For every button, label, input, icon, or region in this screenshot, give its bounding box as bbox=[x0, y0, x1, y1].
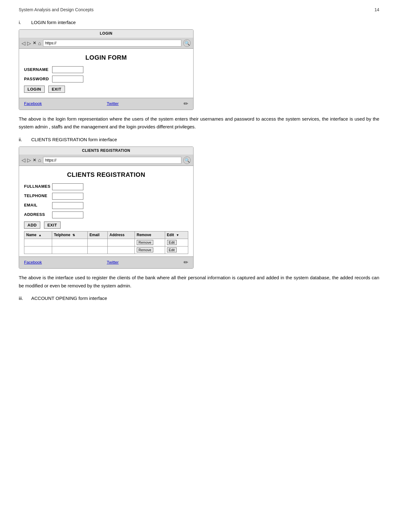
address-row: ADDRESS bbox=[24, 211, 188, 218]
table-header-row: Name ▲ Telphone ⇅ Email Address Remove E… bbox=[24, 231, 188, 239]
col-remove: Remove bbox=[135, 231, 165, 239]
page-number: 14 bbox=[374, 6, 379, 13]
login-browser-footer: Facebook Twitter ✏ bbox=[19, 98, 193, 110]
col-email: Email bbox=[87, 231, 107, 239]
search-icon-2[interactable]: 🔍 bbox=[183, 157, 191, 164]
section2-title: CLIENTS REGISTRATION form interface bbox=[31, 136, 117, 143]
col-address: Address bbox=[107, 231, 135, 239]
password-row: PASSWORD bbox=[24, 76, 188, 82]
back-button-2[interactable]: ◁ bbox=[22, 156, 25, 164]
telphone-input[interactable] bbox=[52, 193, 83, 200]
forward-button[interactable]: ▷ bbox=[27, 39, 31, 47]
section2-label: ii. CLIENTS REGISTRATION form interface bbox=[19, 136, 379, 143]
close-button[interactable]: ✕ bbox=[33, 40, 36, 47]
search-icon[interactable]: 🔍 bbox=[183, 39, 191, 47]
facebook-link[interactable]: Facebook bbox=[24, 101, 42, 107]
section3-label: iii. ACCOUNT OPENING form interface bbox=[19, 295, 379, 302]
cell-name-1 bbox=[24, 239, 52, 246]
home-button[interactable]: ⌂ bbox=[38, 39, 41, 47]
address-input[interactable] bbox=[52, 211, 83, 218]
roman-numeral-3: iii. bbox=[19, 295, 31, 302]
edit-button-1[interactable]: Edit bbox=[167, 240, 177, 245]
clients-browser-titlebar: CLIENTS REGISTRATION bbox=[19, 147, 193, 155]
login-browser-titlebar: LOGIN bbox=[19, 30, 193, 38]
clients-data-table: Name ▲ Telphone ⇅ Email Address Remove E… bbox=[24, 231, 188, 254]
login-browser-toolbar: ◁ ▷ ✕ ⌂ 🔍 bbox=[19, 38, 193, 49]
login-button[interactable]: LOGIN bbox=[24, 86, 45, 93]
password-input[interactable] bbox=[52, 76, 83, 82]
facebook-link-2[interactable]: Facebook bbox=[24, 259, 42, 266]
cell-email-2 bbox=[87, 246, 107, 254]
close-button-2[interactable]: ✕ bbox=[33, 157, 36, 164]
telphone-row: TELPHONE bbox=[24, 193, 188, 200]
forward-button-2[interactable]: ▷ bbox=[27, 156, 31, 164]
col-name: Name ▲ bbox=[24, 231, 52, 239]
username-label: USERNAME bbox=[24, 67, 52, 73]
col-edit: Edit ▼ bbox=[165, 231, 188, 239]
section1-body-text: The above is the login form representati… bbox=[19, 115, 379, 131]
clients-exit-button[interactable]: EXIT bbox=[44, 221, 61, 229]
address-bar-2[interactable] bbox=[43, 157, 181, 164]
cell-email-1 bbox=[87, 239, 107, 246]
remove-button-1[interactable]: Remove bbox=[137, 240, 153, 245]
clients-browser-mockup: CLIENTS REGISTRATION ◁ ▷ ✕ ⌂ 🔍 CLIENTS R… bbox=[19, 147, 194, 269]
document-title: System Analysis and Design Concepts bbox=[19, 6, 94, 13]
edit-button-2[interactable]: Edit bbox=[167, 247, 177, 252]
email-row: EMAIL bbox=[24, 202, 188, 209]
page-header: System Analysis and Design Concepts 14 bbox=[19, 6, 379, 13]
fullnames-input[interactable] bbox=[52, 183, 83, 190]
exit-button[interactable]: EXIT bbox=[48, 86, 65, 93]
remove-button-2[interactable]: Remove bbox=[137, 247, 153, 252]
login-form-content: LOGIN FORM USERNAME PASSWORD LOGIN EXIT bbox=[19, 49, 193, 98]
sort-icon-edit[interactable]: ▼ bbox=[176, 233, 179, 237]
clients-form-content: CLIENTS REGISTRATION FULLNAMES TELPHONE … bbox=[19, 166, 193, 257]
cell-edit-1: Edit bbox=[165, 239, 188, 246]
cell-addr-1 bbox=[107, 239, 135, 246]
section2-body-text: The above is the interface used to regis… bbox=[19, 274, 379, 290]
username-input[interactable] bbox=[52, 66, 83, 73]
table-row: Remove Edit bbox=[24, 246, 188, 254]
col-telphone: Telphone ⇅ bbox=[52, 231, 87, 239]
cell-addr-2 bbox=[107, 246, 135, 254]
cell-remove-2: Remove bbox=[135, 246, 165, 254]
roman-numeral-2: ii. bbox=[19, 136, 31, 143]
roman-numeral-1: i. bbox=[19, 19, 31, 26]
password-label: PASSWORD bbox=[24, 76, 52, 82]
address-bar[interactable] bbox=[43, 40, 181, 47]
clients-browser-toolbar: ◁ ▷ ✕ ⌂ 🔍 bbox=[19, 155, 193, 166]
clients-form-title: CLIENTS REGISTRATION bbox=[24, 170, 188, 180]
fullnames-label: FULLNAMES bbox=[24, 183, 52, 190]
add-button[interactable]: ADD bbox=[24, 221, 40, 229]
pencil-icon-2: ✏ bbox=[184, 258, 188, 267]
cell-name-2 bbox=[24, 246, 52, 254]
telphone-label: TELPHONE bbox=[24, 193, 52, 199]
cell-tel-1 bbox=[52, 239, 87, 246]
clients-browser-footer: Facebook Twitter ✏ bbox=[19, 256, 193, 268]
fullnames-row: FULLNAMES bbox=[24, 183, 188, 190]
sort-icon-tel[interactable]: ⇅ bbox=[72, 233, 75, 237]
login-browser-mockup: LOGIN ◁ ▷ ✕ ⌂ 🔍 LOGIN FORM USERNAME PASS… bbox=[19, 29, 194, 110]
clients-form-buttons: ADD EXIT bbox=[24, 221, 188, 229]
email-input[interactable] bbox=[52, 202, 83, 209]
login-form-title: LOGIN FORM bbox=[24, 52, 188, 62]
username-row: USERNAME bbox=[24, 66, 188, 73]
twitter-link[interactable]: Twitter bbox=[107, 101, 119, 107]
pencil-icon: ✏ bbox=[184, 99, 188, 108]
section1-label: i. LOGIN form interface bbox=[19, 19, 379, 26]
cell-edit-2: Edit bbox=[165, 246, 188, 254]
sort-icon-name[interactable]: ▲ bbox=[38, 233, 42, 237]
email-label: EMAIL bbox=[24, 202, 52, 209]
home-button-2[interactable]: ⌂ bbox=[38, 156, 41, 164]
cell-remove-1: Remove bbox=[135, 239, 165, 246]
address-label: ADDRESS bbox=[24, 211, 52, 218]
twitter-link-2[interactable]: Twitter bbox=[107, 259, 119, 266]
section1-title: LOGIN form interface bbox=[31, 19, 76, 26]
section3-title: ACCOUNT OPENING form interface bbox=[31, 295, 107, 302]
login-form-buttons: LOGIN EXIT bbox=[24, 86, 188, 93]
back-button[interactable]: ◁ bbox=[22, 39, 25, 47]
cell-tel-2 bbox=[52, 246, 87, 254]
table-row: Remove Edit bbox=[24, 239, 188, 246]
